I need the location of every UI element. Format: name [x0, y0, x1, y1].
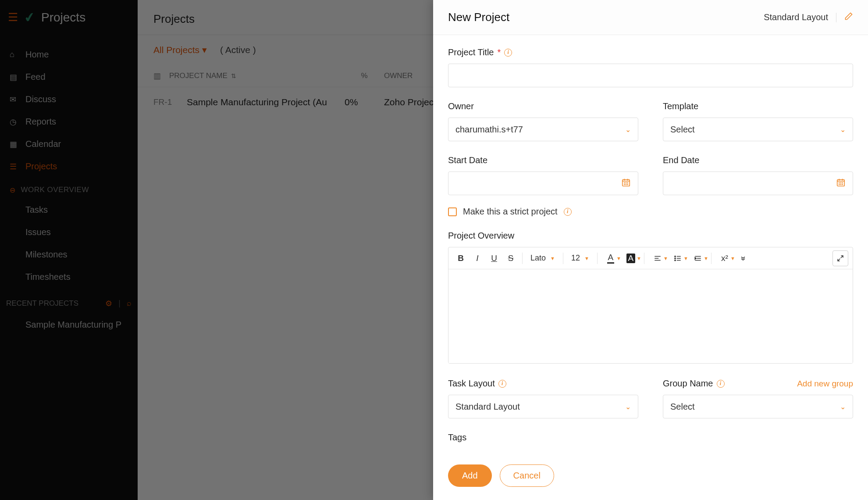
- svg-point-9: [840, 182, 841, 183]
- group-name-select[interactable]: Select ⌄: [663, 395, 853, 418]
- end-date-field: End Date: [663, 155, 853, 195]
- chevron-down-icon: ▼: [683, 256, 688, 261]
- calendar-icon: [836, 178, 846, 189]
- chevron-down-icon: ⌄: [840, 125, 846, 134]
- chevron-down-icon: ⌄: [840, 403, 846, 411]
- superscript-button[interactable]: x² ▼: [715, 250, 734, 266]
- strikethrough-button[interactable]: S: [503, 250, 519, 266]
- layout-label: Standard Layout: [764, 12, 828, 22]
- project-title-field: Project Title* i: [448, 47, 853, 87]
- svg-point-11: [839, 184, 840, 185]
- svg-point-16: [675, 260, 676, 261]
- list-button[interactable]: ▼: [668, 250, 687, 266]
- chevron-down-icon: ▼: [704, 256, 708, 261]
- start-date-input[interactable]: [448, 171, 638, 195]
- separator: [644, 253, 644, 264]
- field-label-text: Template: [663, 101, 698, 111]
- font-name: Lato: [530, 254, 546, 263]
- owner-field: Owner charumathi.s+t77 ⌄: [448, 101, 638, 141]
- separator: [597, 253, 598, 264]
- separator: [711, 253, 711, 264]
- expand-button[interactable]: [832, 250, 848, 266]
- end-date-input[interactable]: [663, 171, 853, 195]
- divider: [836, 13, 836, 22]
- bold-button[interactable]: B: [453, 250, 469, 266]
- panel-header: New Project Standard Layout: [433, 0, 868, 35]
- field-label-text: End Date: [663, 155, 699, 165]
- template-select[interactable]: Select ⌄: [663, 118, 853, 141]
- overview-textarea[interactable]: [448, 269, 853, 363]
- strict-project-checkbox[interactable]: [448, 207, 457, 216]
- svg-point-13: [842, 184, 843, 185]
- add-button[interactable]: Add: [448, 464, 492, 487]
- template-field: Template Select ⌄: [663, 101, 853, 141]
- chevron-down-icon: ▼: [637, 256, 641, 261]
- font-size-select[interactable]: 12 ▼: [567, 254, 594, 263]
- font-family-select[interactable]: Lato ▼: [526, 254, 559, 263]
- panel-title: New Project: [448, 11, 509, 24]
- start-date-field: Start Date: [448, 155, 638, 195]
- chevron-down-icon: ▼: [663, 256, 668, 261]
- field-label-text: Owner: [448, 101, 474, 111]
- svg-point-3: [627, 182, 628, 183]
- superscript-label: x²: [721, 254, 728, 263]
- chevron-down-icon: ▼: [584, 256, 589, 261]
- required-asterisk: *: [497, 47, 501, 57]
- info-icon[interactable]: i: [717, 380, 725, 388]
- strict-project-label: Make this a strict project: [463, 207, 558, 217]
- calendar-icon: [621, 178, 631, 189]
- font-size: 12: [571, 254, 580, 263]
- chevron-down-icon: ⌄: [625, 125, 631, 134]
- svg-point-12: [840, 184, 841, 185]
- field-label-text: Project Title: [448, 47, 494, 57]
- chevron-down-icon: ⌄: [625, 403, 631, 411]
- field-label-text: Tags: [448, 432, 466, 443]
- separator: [522, 253, 523, 264]
- svg-point-2: [626, 182, 626, 183]
- svg-point-8: [839, 182, 840, 183]
- field-label-text: Start Date: [448, 155, 487, 165]
- svg-point-10: [842, 182, 843, 183]
- more-button[interactable]: [735, 250, 751, 266]
- chevron-down-icon: ▼: [550, 256, 555, 261]
- info-icon[interactable]: i: [498, 380, 506, 388]
- panel-body: Project Title* i Owner charumathi.s+t77 …: [433, 35, 868, 456]
- align-button[interactable]: ▼: [648, 250, 667, 266]
- svg-point-4: [624, 184, 625, 185]
- chevron-down-icon: ▼: [616, 256, 621, 261]
- info-icon[interactable]: i: [504, 49, 512, 57]
- group-name-value: Select: [670, 402, 695, 412]
- task-layout-field: Task Layout i Standard Layout ⌄: [448, 379, 638, 418]
- bg-color-button[interactable]: A ▼: [621, 250, 640, 266]
- strict-project-checkbox-row: Make this a strict project i: [448, 207, 853, 217]
- field-label-text: Group Name: [663, 379, 713, 389]
- underline-button[interactable]: U: [486, 250, 502, 266]
- panel-footer: Add Cancel: [433, 456, 868, 500]
- rte-toolbar: B I U S Lato ▼ 12 ▼ A ▼: [448, 247, 853, 269]
- task-layout-select[interactable]: Standard Layout ⌄: [448, 395, 638, 418]
- chevron-down-icon: ▼: [730, 256, 735, 261]
- field-label-text: Task Layout: [448, 379, 495, 389]
- svg-point-15: [675, 257, 676, 258]
- text-color-button[interactable]: A ▼: [601, 250, 620, 266]
- task-layout-value: Standard Layout: [455, 402, 520, 412]
- owner-select[interactable]: charumathi.s+t77 ⌄: [448, 118, 638, 141]
- group-name-field: Group Name i Add new group Select ⌄: [663, 379, 853, 418]
- svg-point-6: [627, 184, 628, 185]
- info-icon[interactable]: i: [564, 208, 572, 216]
- svg-point-14: [675, 256, 676, 257]
- owner-value: charumathi.s+t77: [455, 125, 523, 135]
- project-overview-editor: B I U S Lato ▼ 12 ▼ A ▼: [448, 247, 853, 364]
- edit-layout-icon[interactable]: [844, 12, 853, 23]
- field-label-text: Project Overview: [448, 231, 514, 241]
- template-value: Select: [670, 125, 695, 135]
- project-title-input[interactable]: [448, 64, 853, 87]
- italic-button[interactable]: I: [470, 250, 485, 266]
- svg-point-5: [626, 184, 626, 185]
- separator: [563, 253, 563, 264]
- cancel-button[interactable]: Cancel: [500, 464, 554, 487]
- svg-point-1: [624, 182, 625, 183]
- add-new-group-link[interactable]: Add new group: [797, 379, 853, 389]
- new-project-panel: New Project Standard Layout Project Titl…: [433, 0, 868, 500]
- indent-button[interactable]: ▼: [688, 250, 708, 266]
